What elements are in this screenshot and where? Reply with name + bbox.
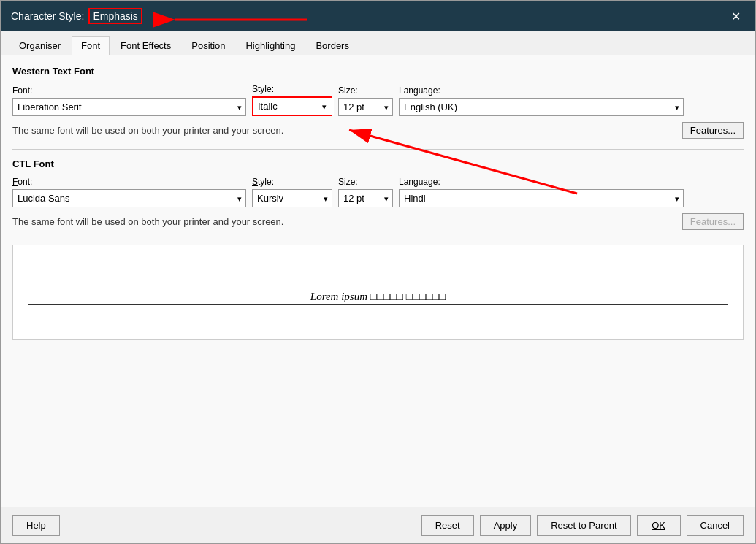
help-button[interactable]: Help xyxy=(12,515,60,536)
tab-bar: Organiser Font Font Effects Position Hig… xyxy=(1,31,755,55)
western-font-label: Font: xyxy=(12,85,246,96)
preview-text: Lorem ipsum □□□□□ □□□□□□ xyxy=(28,291,728,305)
western-info-text: The same font will be used on both your … xyxy=(12,125,283,136)
apply-button[interactable]: Apply xyxy=(480,515,532,536)
western-font-select[interactable]: Liberation Serif xyxy=(12,98,246,116)
tab-position[interactable]: Position xyxy=(182,36,234,55)
western-size-label: Size: xyxy=(338,85,393,96)
title-bar: Character Style: Emphasis ✕ xyxy=(1,1,755,31)
western-size-group: Size: 12 pt xyxy=(338,85,393,116)
title-prefix: Character Style: xyxy=(11,10,84,22)
western-lang-label: Language: xyxy=(399,85,684,96)
ctl-info-text: The same font will be used on both your … xyxy=(12,216,283,227)
title-emphasis: Emphasis xyxy=(88,8,142,24)
ctl-lang-group: Language: Hindi xyxy=(399,177,684,207)
western-lang-select[interactable]: English (UK) xyxy=(399,98,684,116)
ctl-size-select[interactable]: 12 pt xyxy=(338,189,393,207)
ctl-features-button[interactable]: Features... xyxy=(682,213,744,230)
preview-bottom xyxy=(13,310,743,339)
tab-borders[interactable]: Borders xyxy=(306,36,359,55)
western-font-row: Font: Liberation Serif SStyle:tyle: Ital… xyxy=(12,84,744,116)
ctl-font-select-wrapper: Lucida Sans xyxy=(12,189,246,207)
ctl-style-group: Style: Kursiv xyxy=(252,177,332,207)
ctl-style-select[interactable]: Kursiv xyxy=(252,189,332,207)
ctl-font-select[interactable]: Lucida Sans xyxy=(12,189,246,207)
ctl-size-label: Size: xyxy=(338,177,393,187)
western-font-select-wrapper: Liberation Serif xyxy=(12,98,246,116)
preview-top: Lorem ipsum □□□□□ □□□□□□ xyxy=(13,245,743,310)
western-lang-select-wrapper: English (UK) xyxy=(399,98,684,116)
ok-button[interactable]: OK xyxy=(637,515,681,536)
western-features-button[interactable]: Features... xyxy=(682,122,744,139)
ctl-section-title: CTL Font xyxy=(12,158,744,169)
ctl-style-select-wrapper: Kursiv xyxy=(252,189,332,207)
reset-button[interactable]: Reset xyxy=(421,515,474,536)
western-section-title: Western Text Font xyxy=(12,66,744,77)
western-style-label: SStyle:tyle: xyxy=(252,84,332,94)
ctl-font-group: Font: Lucida Sans xyxy=(12,177,246,207)
ctl-lang-select[interactable]: Hindi xyxy=(399,189,684,207)
ctl-info-row: The same font will be used on both your … xyxy=(12,213,744,230)
footer-left: Help xyxy=(12,515,60,536)
preview-area: Lorem ipsum □□□□□ □□□□□□ xyxy=(12,245,744,340)
footer: Help Reset Apply Reset to Parent OK Canc… xyxy=(1,507,755,543)
ctl-size-select-wrapper: 12 pt xyxy=(338,189,393,207)
western-style-select-wrapper: Italic xyxy=(252,96,332,116)
western-style-group: SStyle:tyle: Italic xyxy=(252,84,332,116)
western-size-select-wrapper: 12 pt xyxy=(338,98,393,116)
content-area: Western Text Font Font: Liberation Serif… xyxy=(1,55,755,507)
cancel-button[interactable]: Cancel xyxy=(687,515,744,536)
close-button[interactable]: ✕ xyxy=(727,8,745,25)
western-info-row: The same font will be used on both your … xyxy=(12,122,744,139)
ctl-style-label: Style: xyxy=(252,177,332,187)
tab-font-effects[interactable]: Font Effects xyxy=(111,36,180,55)
tab-highlighting[interactable]: Highlighting xyxy=(236,36,305,55)
ctl-size-group: Size: 12 pt xyxy=(338,177,393,207)
tab-organiser[interactable]: Organiser xyxy=(9,36,70,55)
ctl-lang-label: Language: xyxy=(399,177,684,187)
ctl-lang-select-wrapper: Hindi xyxy=(399,189,684,207)
western-style-select[interactable]: Italic xyxy=(253,98,334,115)
western-size-select[interactable]: 12 pt xyxy=(338,98,393,116)
ctl-font-label: Font: xyxy=(12,177,246,187)
title-bar-text: Character Style: Emphasis xyxy=(11,8,142,24)
western-font-group: Font: Liberation Serif xyxy=(12,85,246,116)
tab-font[interactable]: Font xyxy=(72,36,110,55)
western-lang-group: Language: English (UK) xyxy=(399,85,684,116)
footer-right: Reset Apply Reset to Parent OK Cancel xyxy=(421,515,744,536)
section-divider xyxy=(12,149,744,150)
ctl-font-row: Font: Lucida Sans Style: Kursiv xyxy=(12,177,744,207)
reset-to-parent-button[interactable]: Reset to Parent xyxy=(537,515,630,536)
